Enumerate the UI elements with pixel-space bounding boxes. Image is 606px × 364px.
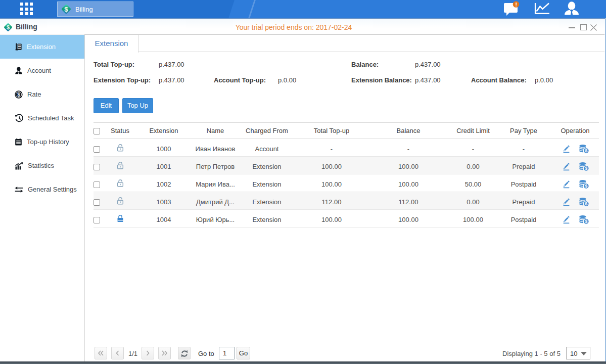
svg-text:$: $ [585,148,587,153]
svg-text:$: $ [585,184,587,189]
svg-text:$: $ [64,6,68,13]
svg-text:$: $ [585,219,587,224]
svg-text:$: $ [17,92,20,97]
svg-text:$: $ [585,201,587,206]
svg-text:$: $ [585,166,587,171]
